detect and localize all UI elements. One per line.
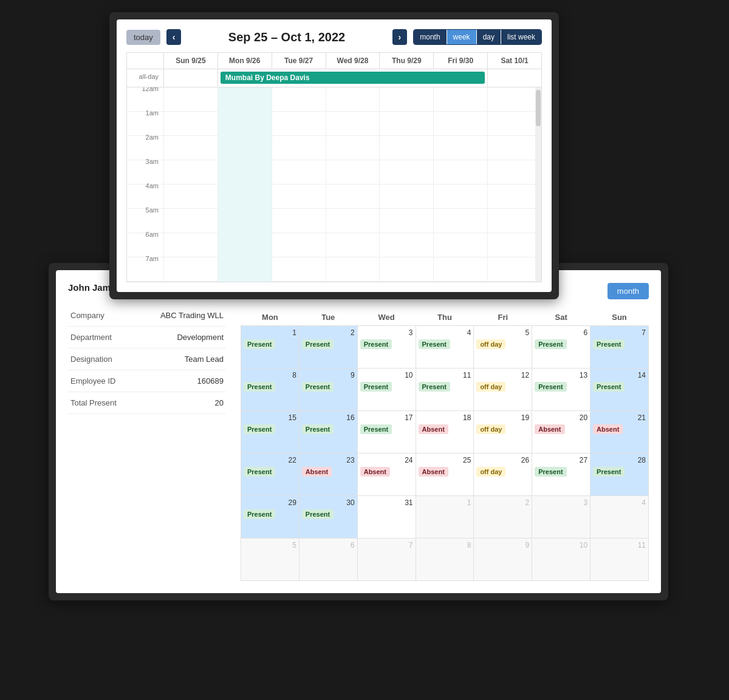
- th-mon: Mon: [241, 309, 299, 326]
- month-day-cell[interactable]: 13Present: [532, 369, 590, 411]
- month-button[interactable]: month: [608, 283, 649, 299]
- cell-wed-1am: [326, 112, 380, 136]
- month-day-cell[interactable]: 3: [532, 496, 590, 539]
- day-view-btn[interactable]: day: [477, 30, 501, 44]
- month-day-cell[interactable]: 8Present: [241, 369, 299, 411]
- allday-cell-fri: [487, 69, 541, 87]
- day-number: 1: [419, 498, 471, 507]
- month-day-cell[interactable]: 17Present: [357, 411, 416, 454]
- month-day-cell[interactable]: 5off day: [474, 326, 532, 369]
- status-badge: Absent: [419, 467, 448, 477]
- allday-label: all-day: [127, 69, 163, 87]
- day-number: 9: [302, 371, 355, 379]
- cell-sun-1am: [163, 112, 217, 136]
- cell-wed-2am: [326, 136, 380, 160]
- month-day-cell[interactable]: 6: [299, 539, 357, 581]
- month-day-cell[interactable]: 7: [357, 539, 416, 581]
- info-row-company: Company ABC Trading WLL: [68, 305, 226, 327]
- cell-mon-6am: [217, 233, 272, 257]
- status-badge: Present: [244, 382, 275, 392]
- status-badge: Present: [593, 382, 625, 392]
- today-button[interactable]: today: [126, 30, 160, 45]
- header-empty: [127, 53, 163, 69]
- month-day-cell[interactable]: 21Absent: [590, 411, 649, 454]
- month-day-cell[interactable]: 5: [241, 539, 299, 581]
- month-day-cell[interactable]: 23Absent: [299, 454, 357, 496]
- month-day-cell[interactable]: 25Absent: [416, 454, 474, 496]
- month-day-cell[interactable]: 9: [474, 539, 532, 581]
- month-day-cell[interactable]: 20Absent: [532, 411, 590, 454]
- month-day-cell[interactable]: 15Present: [241, 411, 299, 454]
- cell-thu-1am: [379, 112, 433, 136]
- scrollbar[interactable]: [535, 87, 541, 282]
- day-number: 18: [419, 413, 471, 422]
- month-day-cell[interactable]: 3Present: [357, 326, 416, 369]
- time-row-6am: 6am: [127, 233, 541, 257]
- day-number: 7: [360, 541, 413, 549]
- allday-event[interactable]: Mumbai By Deepa Davis: [221, 72, 485, 84]
- cell-sun-6am: [163, 233, 217, 257]
- status-badge: Present: [244, 339, 275, 349]
- month-day-cell[interactable]: 19off day: [474, 411, 532, 454]
- cell-sat-4am: [487, 185, 541, 209]
- listweek-view-btn[interactable]: list week: [501, 30, 541, 44]
- month-day-cell[interactable]: 18Absent: [416, 411, 474, 454]
- employee-info-panel: John James - August 2022 Company ABC Tra…: [68, 282, 226, 581]
- employee-info-table: Company ABC Trading WLL Department Devel…: [68, 305, 226, 414]
- month-day-cell[interactable]: 8: [416, 539, 474, 581]
- status-badge: Absent: [302, 467, 332, 477]
- month-day-cell[interactable]: 24Absent: [357, 454, 416, 496]
- month-day-cell[interactable]: 2Present: [299, 326, 357, 369]
- status-badge: Present: [419, 339, 450, 349]
- month-day-cell[interactable]: 10: [532, 539, 590, 581]
- month-day-cell[interactable]: 12off day: [474, 369, 532, 411]
- month-day-cell[interactable]: 26off day: [474, 454, 532, 496]
- status-badge: off day: [476, 467, 505, 477]
- status-badge: Present: [244, 424, 275, 434]
- status-badge: Present: [302, 382, 334, 392]
- month-day-cell[interactable]: 31: [357, 496, 416, 539]
- month-day-cell[interactable]: 9Present: [299, 369, 357, 411]
- month-day-cell[interactable]: 16Present: [299, 411, 357, 454]
- month-day-cell[interactable]: 2: [474, 496, 532, 539]
- week-grid: Sun 9/25 Mon 9/26 Tue 9/27 Wed 9/28 Thu …: [126, 52, 542, 282]
- cell-sun-4am: [163, 185, 217, 209]
- month-day-cell[interactable]: 10Present: [357, 369, 416, 411]
- empid-value: 160689: [135, 370, 226, 392]
- cell-tue-4am: [272, 185, 326, 209]
- month-day-cell[interactable]: 22Present: [241, 454, 299, 496]
- cell-fri-12am: [433, 87, 487, 112]
- view-buttons: month week day list week: [413, 29, 542, 45]
- month-day-cell[interactable]: 29Present: [241, 496, 299, 539]
- cell-sat-5am: [487, 209, 541, 233]
- day-number: 5: [476, 328, 529, 337]
- day-number: 6: [535, 328, 587, 337]
- month-day-cell[interactable]: 27Present: [532, 454, 590, 496]
- status-badge: Present: [593, 467, 625, 477]
- month-day-cell[interactable]: 4: [590, 496, 649, 539]
- month-day-cell[interactable]: 4Present: [416, 326, 474, 369]
- next-button[interactable]: ›: [392, 29, 408, 45]
- month-day-cell[interactable]: 30Present: [299, 496, 357, 539]
- prev-button[interactable]: ‹: [166, 29, 182, 45]
- month-day-cell[interactable]: 14Present: [590, 369, 649, 411]
- month-day-cell[interactable]: 28Present: [590, 454, 649, 496]
- day-number: 15: [244, 413, 296, 422]
- cell-thu-2am: [379, 136, 433, 160]
- month-day-cell[interactable]: 11: [590, 539, 649, 581]
- cell-fri-2am: [433, 136, 487, 160]
- cell-tue-2am: [272, 136, 326, 160]
- month-day-cell[interactable]: 6Present: [532, 326, 590, 369]
- time-row-3am: 3am: [127, 160, 541, 185]
- info-row-empid: Employee ID 160689: [68, 370, 226, 392]
- month-day-cell[interactable]: 11Present: [416, 369, 474, 411]
- week-view-btn[interactable]: week: [447, 30, 477, 44]
- month-day-cell[interactable]: 7Present: [590, 326, 649, 369]
- day-number: 9: [476, 541, 529, 549]
- month-day-cell[interactable]: 1: [416, 496, 474, 539]
- scrollbar-thumb[interactable]: [536, 90, 541, 126]
- day-number: 11: [419, 371, 471, 379]
- cell-sun-12am: [163, 87, 217, 112]
- month-day-cell[interactable]: 1Present: [241, 326, 299, 369]
- month-view-btn[interactable]: month: [414, 30, 447, 44]
